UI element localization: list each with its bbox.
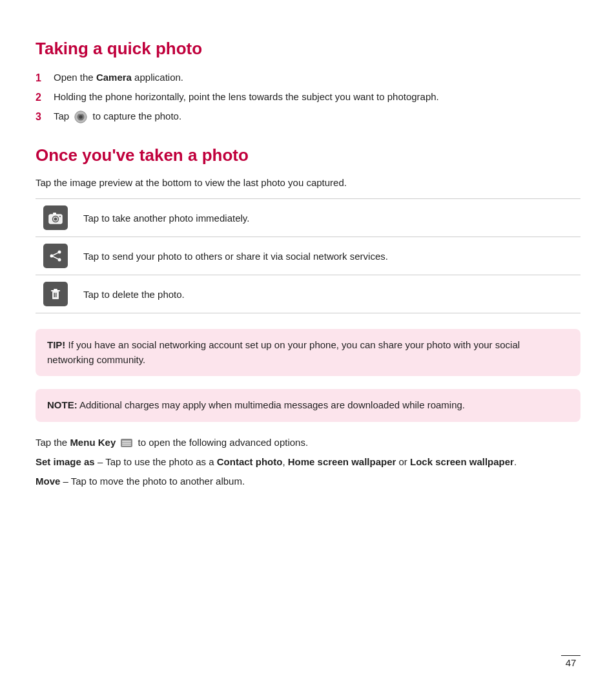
delete-box-icon — [43, 282, 68, 306]
camera-shutter-icon — [74, 110, 88, 124]
svg-rect-19 — [56, 293, 57, 297]
camera-icon — [48, 211, 63, 224]
or-text: or — [396, 456, 410, 467]
table-cell-delete-icon — [36, 275, 76, 313]
menu-key-icon — [120, 438, 133, 448]
icon-table: Tap to take another photo immediately. — [36, 198, 580, 313]
tip-box: TIP! If you have an social networking ac… — [36, 329, 580, 376]
bottom-para-3-rest: – Tap to move the photo to another album… — [60, 476, 245, 487]
table-cell-camera-text: Tap to take another photo immediately. — [76, 199, 580, 237]
step-1-bold: Camera — [96, 72, 132, 83]
table-cell-share-text: Tap to send your photo to others or shar… — [76, 237, 580, 275]
svg-rect-8 — [53, 213, 56, 215]
svg-point-9 — [59, 216, 61, 217]
svg-rect-18 — [54, 293, 56, 297]
share-icon — [48, 249, 63, 262]
final-dot: . — [514, 456, 517, 467]
step-3-num: 3 — [36, 109, 50, 125]
home-screen-bold: Home screen wallpaper — [288, 456, 396, 467]
bottom-para-2: Set image as – Tap to use the photo as a… — [36, 454, 580, 470]
table-row-camera: Tap to take another photo immediately. — [36, 199, 580, 237]
tip-text: If you have an social networking account… — [47, 339, 520, 365]
share-box-icon — [43, 244, 68, 268]
note-text: Additional charges may apply when multim… — [77, 399, 465, 410]
bottom-para-1: Tap the Menu Key to open the following a… — [36, 435, 580, 450]
bottom-para-2-middle: – Tap to use the photo as a — [95, 456, 217, 467]
table-cell-share-icon — [36, 237, 76, 275]
lock-screen-bold: Lock screen wallpaper — [410, 456, 514, 467]
contact-photo-bold: Contact photo — [217, 456, 283, 467]
delete-icon — [48, 288, 63, 300]
svg-point-11 — [50, 255, 54, 258]
step-1-after: application. — [132, 72, 183, 83]
table-cell-delete-text: Tap to delete the photo. — [76, 275, 580, 313]
svg-point-2 — [79, 115, 83, 119]
step-3-text: Tap to capture the photo. — [54, 109, 181, 124]
svg-rect-24 — [122, 445, 131, 446]
section2: Once you've taken a photo Tap the image … — [36, 145, 580, 313]
svg-line-14 — [53, 257, 58, 259]
camera-box-icon — [43, 205, 68, 230]
step-1: 1 Open the Camera application. — [36, 70, 580, 86]
note-label: NOTE: — [47, 399, 77, 410]
tip-label: TIP! — [47, 339, 65, 350]
table-cell-camera-icon — [36, 199, 76, 237]
svg-rect-22 — [122, 441, 131, 442]
step-1-num: 1 — [36, 70, 50, 86]
step-2: 2 Holding the phone horizontally, point … — [36, 90, 580, 105]
svg-rect-17 — [54, 289, 57, 290]
step-3: 3 Tap to capture the photo. — [36, 109, 580, 125]
set-image-bold: Set image as — [36, 456, 95, 467]
step-1-text: Open the Camera application. — [54, 70, 183, 85]
section1-title: Taking a quick photo — [36, 39, 580, 59]
svg-point-7 — [54, 218, 57, 221]
move-bold: Move — [36, 476, 60, 487]
section2-subtitle: Tap the image preview at the bottom to v… — [36, 177, 580, 188]
table-row-delete: Tap to delete the photo. — [36, 275, 580, 313]
steps-list: 1 Open the Camera application. 2 Holding… — [36, 70, 580, 125]
bottom-para-1-after: to open the following advanced options. — [138, 437, 309, 448]
step-2-num: 2 — [36, 90, 50, 105]
step-3-before: Tap — [54, 110, 72, 121]
page-number: 47 — [561, 655, 580, 668]
note-box: NOTE: Additional charges may apply when … — [36, 389, 580, 422]
bottom-para-3: Move – Tap to move the photo to another … — [36, 474, 580, 489]
svg-rect-23 — [122, 443, 131, 444]
bottom-para-1-before: Tap the — [36, 437, 70, 448]
comma: , — [282, 456, 287, 467]
step-2-text: Holding the phone horizontally, point th… — [54, 90, 439, 105]
svg-rect-3 — [79, 112, 83, 114]
svg-rect-16 — [51, 290, 60, 291]
table-row-share: Tap to send your photo to others or shar… — [36, 237, 580, 275]
step-3-after: to capture the photo. — [93, 110, 182, 121]
menu-key-bold: Menu Key — [70, 437, 116, 448]
section2-title: Once you've taken a photo — [36, 145, 580, 165]
svg-line-13 — [53, 253, 58, 255]
